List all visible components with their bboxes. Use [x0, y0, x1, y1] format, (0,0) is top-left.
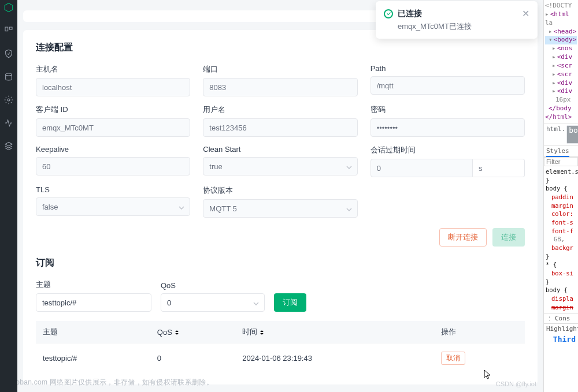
qos-label: QoS [161, 281, 265, 290]
path-label: Path [370, 64, 525, 73]
left-sidebar [0, 0, 17, 392]
tls-select[interactable] [36, 197, 190, 216]
port-input[interactable] [203, 78, 357, 96]
keepalive-label: Keepalive [36, 145, 190, 154]
sort-icon[interactable] [175, 330, 179, 335]
client-id-label: 客户端 ID [36, 104, 190, 115]
client-id-input[interactable] [36, 118, 190, 137]
keepalive-input[interactable] [36, 157, 190, 176]
svg-rect-0 [5, 27, 8, 31]
port-label: 端口 [203, 64, 357, 74]
watermark-right: CSDN @fly.iot [496, 380, 536, 387]
session-exp-input[interactable] [370, 159, 473, 177]
cancel-button[interactable]: 取消 [441, 352, 465, 365]
devtools-styles-tab[interactable]: Styles [544, 145, 578, 157]
gear-icon[interactable] [3, 95, 14, 105]
proto-select[interactable] [203, 199, 357, 218]
qos-select[interactable] [161, 293, 265, 312]
clean-start-label: Clean Start [203, 145, 357, 154]
host-input[interactable] [36, 78, 190, 96]
table-row: testtopic/# 0 2024-01-06 23:19:43 取消 [36, 344, 525, 374]
topic-input[interactable] [36, 293, 151, 312]
devtools-dom-tree[interactable]: <!DOCTY <html la <head> <body> <nos <div… [544, 0, 578, 124]
tls-label: TLS [36, 185, 190, 194]
cell-topic: testtopic/# [36, 344, 150, 374]
col-op: 操作 [434, 321, 525, 344]
layers-icon[interactable] [3, 141, 14, 151]
success-icon [384, 9, 393, 18]
devtools-rules[interactable]: element.s } body { paddin margin color: … [544, 166, 578, 313]
subscribe-section-title: 订阅 [36, 257, 525, 269]
col-topic[interactable]: 主题 [36, 321, 150, 344]
topic-label: 主题 [36, 279, 151, 290]
close-icon[interactable]: ✕ [522, 8, 529, 19]
toast-notification: 已连接 ✕ emqx_MTc0MT已连接 [376, 1, 538, 39]
logo-icon[interactable] [3, 2, 14, 13]
password-label: 密码 [370, 104, 525, 115]
host-label: 主机名 [36, 64, 190, 74]
watermark-text: toymoban.com 网络图片仅供展示，非存储，如有侵权请联系删除。 [17, 378, 213, 387]
username-label: 用户名 [203, 104, 357, 115]
main-content: 已连接 ✕ emqx_MTc0MT已连接 连接配置 主机名 端口 Path 客户… [17, 0, 543, 392]
activity-icon[interactable] [3, 118, 14, 128]
cursor-icon [484, 369, 492, 380]
shield-icon[interactable] [3, 48, 14, 59]
devtools-panel: <!DOCTY <html la <head> <body> <nos <div… [543, 0, 578, 392]
session-exp-label: 会话过期时间 [370, 145, 525, 155]
devtools-footer[interactable]: ⋮Cons [544, 313, 578, 323]
connect-button[interactable]: 连接 [492, 228, 525, 247]
toast-message: emqx_MTc0MT已连接 [398, 21, 529, 32]
toast-title: 已连接 [398, 9, 517, 19]
connection-section-title: 连接配置 [36, 42, 525, 54]
svg-rect-1 [9, 27, 12, 29]
subscribe-button[interactable]: 订阅 [274, 293, 306, 312]
connection-config-card: 连接配置 主机名 端口 Path 客户端 ID 用户名 密码 Keepalive… [23, 30, 538, 384]
devtools-breadcrumb[interactable]: html.bo [544, 124, 578, 145]
disconnect-button[interactable]: 断开连接 [439, 228, 487, 247]
sort-icon[interactable] [260, 330, 264, 335]
cell-qos: 0 [150, 344, 235, 374]
col-time[interactable]: 时间 [235, 321, 434, 344]
username-input[interactable] [203, 118, 357, 137]
subscriptions-table: 主题 QoS 时间 操作 testtopic/# 0 2024-01-06 23… [36, 321, 525, 373]
disk-icon[interactable] [3, 72, 14, 82]
svg-point-3 [8, 99, 10, 101]
devtools-third: Third [544, 334, 578, 345]
proto-label: 协议版本 [203, 185, 357, 196]
cell-time: 2024-01-06 23:19:43 [235, 344, 434, 374]
clean-start-select[interactable] [203, 157, 357, 176]
session-exp-unit: s [473, 159, 525, 177]
password-input[interactable] [370, 118, 525, 137]
dashboard-icon[interactable] [3, 25, 14, 36]
devtools-filter-input[interactable] [544, 157, 578, 166]
col-qos[interactable]: QoS [150, 321, 235, 344]
path-input[interactable] [370, 76, 525, 95]
svg-point-2 [6, 73, 12, 76]
